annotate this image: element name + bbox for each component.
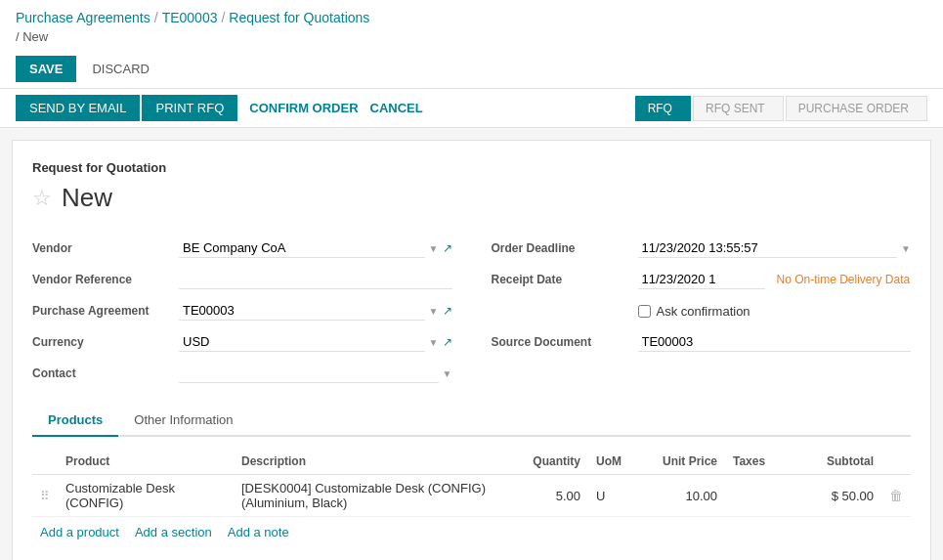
record-new-label: / New [0,29,943,50]
contact-input[interactable] [179,364,439,383]
col-header-drag [32,449,58,475]
add-product-link[interactable]: Add a product [40,525,119,539]
purchase-agreement-field: ▼ ↗ [179,301,452,321]
order-deadline-field: ▼ [638,238,912,258]
favorite-star-icon[interactable]: ☆ [32,186,52,211]
table-body: ⠿ Customizable Desk (CONFIG) [DESK0004] … [32,475,911,517]
breadcrumb-purchase-agreements[interactable]: Purchase Agreements [16,10,150,25]
vendor-row: Vendor ▼ ↗ [32,233,452,264]
tab-other-information[interactable]: Other Information [118,405,248,437]
unit-price-cell[interactable]: 10.00 [637,475,725,517]
print-rfq-button[interactable]: PRINT RFQ [142,95,237,121]
currency-label: Currency [32,335,179,349]
col-header-product: Product [58,449,234,475]
ask-confirmation-checkbox[interactable] [638,305,651,318]
order-table: Product Description Quantity UoM Unit Pr… [32,449,911,517]
drag-handle-icon[interactable]: ⠿ [40,489,50,503]
receipt-date-row: Receipt Date No On-time Delivery Data [492,264,912,295]
breadcrumb-rfq[interactable]: Request for Quotations [229,10,369,25]
description-cell[interactable]: [DESK0004] Customizable Desk (CONFIG) (A… [234,475,510,517]
receipt-date-field: No On-time Delivery Data [638,270,912,289]
ask-confirmation-field: Ask confirmation [638,304,912,319]
pipeline: RFQ RFQ SENT PURCHASE ORDER [635,96,927,121]
col-header-subtotal: Subtotal [803,449,881,475]
vendor-reference-input[interactable] [179,270,452,289]
source-document-input[interactable] [638,332,912,352]
purchase-agreement-external-link-icon[interactable]: ↗ [443,304,452,318]
no-delivery-text: No On-time Delivery Data [777,273,911,286]
currency-external-link-icon[interactable]: ↗ [443,335,452,349]
vendor-reference-field [179,270,452,289]
source-document-label: Source Document [492,335,638,349]
add-note-link[interactable]: Add a note [228,525,289,539]
receipt-date-label: Receipt Date [492,273,638,286]
purchase-agreement-dropdown-icon[interactable]: ▼ [429,306,439,317]
vendor-input[interactable] [179,238,425,258]
vendor-external-link-icon[interactable]: ↗ [443,241,452,255]
right-fields: Order Deadline ▼ Receipt Date No On-time… [492,233,912,389]
currency-row: Currency ▼ ↗ [32,326,452,358]
main-content: Request for Quotation ☆ New Vendor ▼ ↗ V… [12,140,931,560]
order-deadline-dropdown-icon[interactable]: ▼ [901,243,911,254]
purchase-agreement-input[interactable] [179,301,425,321]
pipeline-step-rfq[interactable]: RFQ [635,96,691,121]
pipeline-step-purchase-order[interactable]: PURCHASE ORDER [786,96,927,121]
source-document-row: Source Document [492,326,912,358]
tab-products[interactable]: Products [32,405,118,437]
breadcrumb: Purchase Agreements / TE00003 / Request … [0,0,943,29]
contact-field: ▼ [179,364,452,383]
order-deadline-label: Order Deadline [492,241,638,255]
vendor-reference-label: Vendor Reference [32,273,179,286]
breadcrumb-slash-1: / [154,10,158,25]
currency-input[interactable] [179,332,425,352]
breadcrumb-te00003[interactable]: TE00003 [162,10,218,25]
table-header: Product Description Quantity UoM Unit Pr… [32,449,911,475]
contact-dropdown-icon[interactable]: ▼ [443,368,452,379]
tabs: Products Other Information [32,405,911,437]
col-header-uom: UoM [588,449,637,475]
send-by-email-button[interactable]: SEND BY EMAIL [16,95,140,121]
left-fields: Vendor ▼ ↗ Vendor Reference Purchase Agr… [32,233,452,389]
col-header-description: Description [234,449,510,475]
delete-row-icon[interactable]: 🗑 [889,488,903,503]
breadcrumb-slash-2: / [221,10,225,25]
col-header-taxes: Taxes [725,449,803,475]
record-title: ☆ New [32,183,911,213]
vendor-dropdown-icon[interactable]: ▼ [429,243,439,254]
contact-label: Contact [32,366,179,380]
taxes-cell[interactable] [725,475,803,517]
row-delete-cell[interactable]: 🗑 [881,475,911,517]
confirm-order-button[interactable]: CONFIRM ORDER [249,101,358,115]
ask-confirmation-label: Ask confirmation [657,304,750,319]
top-buttons-bar: SAVE DISCARD [0,50,943,89]
action-bar: SEND BY EMAIL PRINT RFQ CONFIRM ORDER CA… [0,89,943,128]
uom-cell[interactable]: U [588,475,637,517]
col-header-quantity: Quantity [510,449,588,475]
vendor-label: Vendor [32,241,179,255]
cancel-button[interactable]: CANCEL [370,101,423,115]
contact-row: Contact ▼ [32,358,452,389]
vendor-field: ▼ ↗ [179,238,452,258]
order-deadline-row: Order Deadline ▼ [492,233,912,264]
quantity-cell[interactable]: 5.00 [510,475,588,517]
table-row: ⠿ Customizable Desk (CONFIG) [DESK0004] … [32,475,911,517]
subtotal-cell: $ 50.00 [803,475,881,517]
save-button[interactable]: SAVE [16,56,76,82]
pipeline-step-rfq-sent[interactable]: RFQ SENT [693,96,784,121]
discard-button[interactable]: DISCARD [84,56,157,82]
add-section-link[interactable]: Add a section [135,525,212,539]
product-cell[interactable]: Customizable Desk (CONFIG) [58,475,234,517]
record-name: New [62,183,112,213]
drag-handle[interactable]: ⠿ [32,475,58,517]
currency-field: ▼ ↗ [179,332,452,352]
col-header-unit-price: Unit Price [637,449,725,475]
source-document-field [638,332,912,352]
order-deadline-input[interactable] [638,238,898,258]
vendor-reference-row: Vendor Reference [32,264,452,295]
receipt-date-input[interactable] [638,270,765,289]
form-title: Request for Quotation [32,160,911,175]
table-footer: Add a product Add a section Add a note [32,517,911,547]
col-header-actions [881,449,911,475]
form-grid: Vendor ▼ ↗ Vendor Reference Purchase Agr… [32,233,911,389]
currency-dropdown-icon[interactable]: ▼ [429,337,439,348]
